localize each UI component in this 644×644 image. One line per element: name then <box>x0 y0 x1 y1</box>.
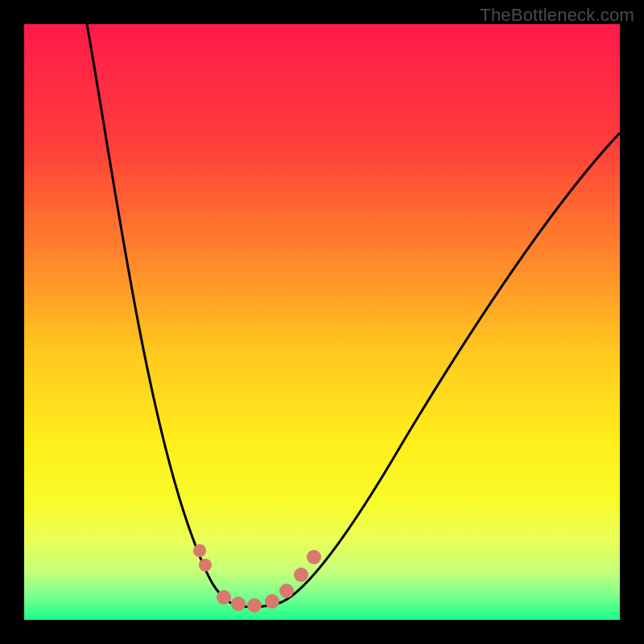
data-marker <box>265 594 279 609</box>
data-marker <box>193 544 206 557</box>
data-marker <box>217 590 231 605</box>
data-marker <box>247 598 262 613</box>
data-marker <box>231 597 246 611</box>
data-marker <box>199 559 212 572</box>
data-marker <box>279 584 294 598</box>
data-marker <box>307 550 321 564</box>
data-marker <box>294 568 308 582</box>
bottleneck-chart <box>24 24 620 620</box>
gradient-background <box>24 24 620 620</box>
watermark-text: TheBottleneck.com <box>480 5 634 26</box>
chart-frame <box>24 24 620 620</box>
